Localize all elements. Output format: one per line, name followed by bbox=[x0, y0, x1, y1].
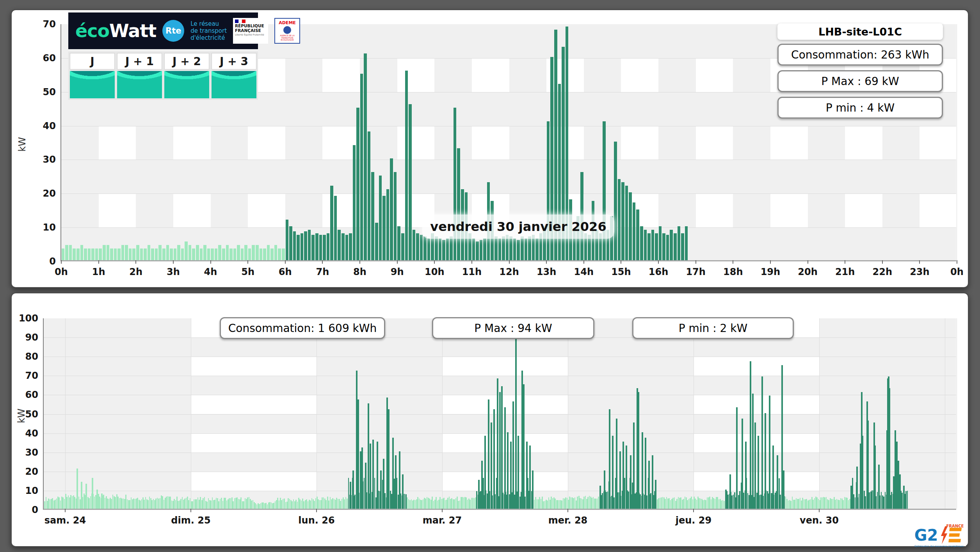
chart-bar bbox=[297, 502, 298, 509]
chart-bar bbox=[151, 248, 154, 260]
chart-bar bbox=[582, 499, 583, 509]
x-tick-label: 12h bbox=[499, 266, 519, 277]
chart-bar bbox=[509, 236, 512, 260]
x-tick-label: 14h bbox=[574, 266, 594, 277]
forecast-tile-green-icon-1 bbox=[117, 71, 162, 98]
chart-bar bbox=[336, 498, 337, 509]
chart-bar bbox=[535, 497, 536, 509]
chart-spike-bar bbox=[765, 413, 766, 509]
chart-bar bbox=[293, 231, 296, 260]
chart-bar bbox=[809, 500, 810, 509]
chart-bar bbox=[231, 497, 233, 509]
ademe-logo: ADEME AGENCE DE LA TRANSITION ÉCOLOGIQUE bbox=[274, 18, 300, 44]
chart-bar bbox=[209, 500, 210, 509]
chart-spike-bar bbox=[777, 455, 778, 509]
chart-bar bbox=[464, 497, 466, 509]
chart-bar bbox=[835, 500, 836, 509]
chart-bar bbox=[65, 494, 66, 509]
chart-bar bbox=[191, 501, 192, 509]
forecast-tile-0[interactable]: J bbox=[70, 53, 115, 98]
y-tick-label: 0 bbox=[32, 504, 38, 515]
chart-bar bbox=[194, 499, 195, 509]
forecast-tile-1[interactable]: J + 1 bbox=[117, 53, 162, 98]
chart-bar bbox=[264, 503, 265, 509]
chart-spike-bar bbox=[599, 486, 601, 509]
chart-spike-bar bbox=[395, 455, 397, 509]
weekly-chart-plot[interactable]: sam. 24dim. 25lun. 26mar. 27mer. 28jeu. … bbox=[43, 318, 956, 510]
x-tick bbox=[819, 509, 820, 512]
chart-bar bbox=[603, 121, 606, 260]
chart-spike-bar bbox=[652, 455, 653, 509]
chart-bar bbox=[416, 233, 419, 260]
chart-bar bbox=[288, 498, 289, 509]
chart-spike-bar bbox=[383, 459, 384, 509]
chart-bar bbox=[544, 501, 546, 509]
chart-bar bbox=[537, 499, 538, 509]
chart-spike-bar bbox=[515, 328, 517, 509]
chart-bar bbox=[659, 226, 662, 260]
day-consumption-label: Consommation: 263 kWh bbox=[791, 48, 929, 61]
y-tick-label: 40 bbox=[43, 121, 56, 131]
chart-bar bbox=[220, 499, 221, 509]
chart-spike-bar bbox=[372, 440, 374, 509]
chart-bar bbox=[252, 245, 255, 260]
chart-spike-bar bbox=[742, 419, 743, 509]
chart-spike-bar bbox=[729, 474, 731, 509]
forecast-tile-2[interactable]: J + 2 bbox=[164, 53, 209, 98]
chart-bar bbox=[815, 497, 816, 509]
chart-bar bbox=[483, 238, 486, 260]
chart-bar bbox=[789, 500, 790, 509]
daily-y-axis-unit: kW bbox=[17, 137, 28, 152]
y-tick-label: 10 bbox=[43, 222, 56, 233]
chart-bar bbox=[559, 500, 560, 509]
g2e-bolt-icon bbox=[938, 526, 962, 544]
chart-bar bbox=[681, 233, 684, 260]
chart-bar bbox=[574, 497, 576, 509]
chart-bar bbox=[87, 497, 89, 509]
chart-bar bbox=[378, 491, 379, 509]
chart-spike-bar bbox=[101, 493, 103, 509]
chart-bar bbox=[602, 493, 603, 509]
chart-bar bbox=[275, 501, 276, 509]
chart-bar bbox=[256, 504, 258, 509]
chart-bar bbox=[137, 498, 138, 509]
chart-bar bbox=[62, 497, 64, 509]
chart-bar bbox=[298, 498, 299, 509]
chart-bar bbox=[405, 71, 408, 260]
chart-bar bbox=[669, 498, 670, 509]
chart-bar bbox=[561, 501, 562, 509]
chart-bar bbox=[455, 498, 457, 509]
chart-spike-bar bbox=[655, 480, 656, 509]
chart-bar bbox=[538, 499, 539, 509]
dashboard-page: { "page": {"background": "#5c5c5c"}, "co… bbox=[0, 0, 980, 552]
chart-bar bbox=[409, 104, 412, 260]
chart-bar bbox=[667, 499, 669, 509]
chart-bar bbox=[577, 497, 578, 509]
chart-bar bbox=[327, 497, 328, 509]
chart-bar bbox=[551, 497, 552, 509]
chart-spike-bar bbox=[512, 401, 514, 509]
chart-bar bbox=[675, 501, 676, 509]
chart-spike-bar bbox=[507, 432, 509, 509]
chart-bar bbox=[354, 495, 356, 509]
chart-bar bbox=[90, 496, 91, 509]
chart-bar bbox=[153, 499, 154, 509]
chart-bar bbox=[379, 176, 382, 260]
forecast-tile-3[interactable]: J + 3 bbox=[212, 53, 256, 98]
chart-bar bbox=[666, 235, 669, 260]
forecast-tile-label-0: J bbox=[70, 53, 115, 69]
chart-bar bbox=[50, 499, 51, 509]
chart-bar bbox=[304, 231, 307, 260]
chart-bar bbox=[672, 498, 674, 509]
grid-cell bbox=[696, 126, 733, 160]
chart-bar bbox=[665, 499, 666, 509]
rf-line1: RÉPUBLIQUE bbox=[235, 24, 266, 28]
chart-bar bbox=[144, 248, 147, 260]
x-tick bbox=[173, 260, 174, 264]
chart-bar bbox=[804, 499, 805, 509]
chart-spike-bar bbox=[758, 436, 759, 509]
chart-spike-bar bbox=[725, 490, 727, 509]
chart-bar bbox=[344, 499, 345, 509]
y-tick-label: 100 bbox=[19, 313, 38, 324]
chart-bar bbox=[820, 497, 822, 509]
